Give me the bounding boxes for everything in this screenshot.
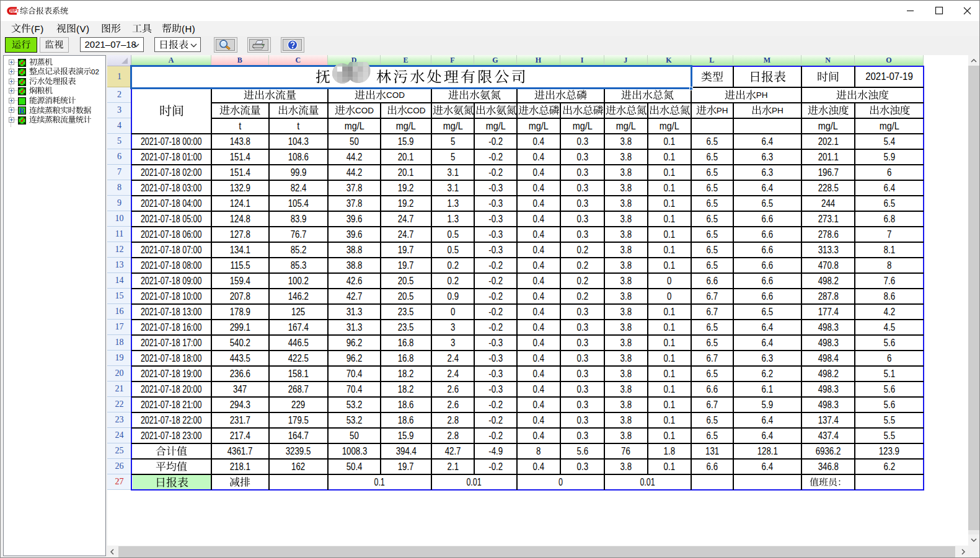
- svg-text:R: R: [19, 107, 25, 115]
- svg-text:RPT: RPT: [10, 8, 19, 14]
